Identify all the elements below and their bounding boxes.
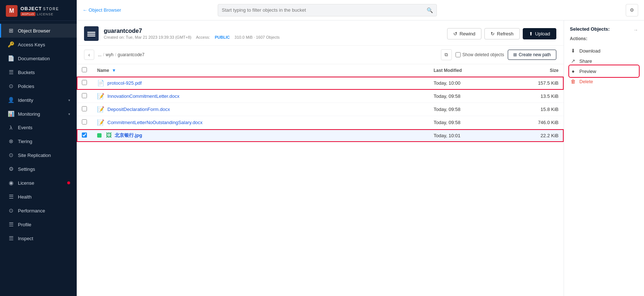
table-row[interactable]: 🖼 北京银行.jpg Today, 10:01 22.2 KiB [77,129,564,142]
sidebar-item-profile[interactable]: ☰ Profile [0,218,77,231]
row-checkbox[interactable] [82,119,87,124]
nav-icon-events: λ [8,124,14,131]
row-modified-cell: Today, 09:58 [428,90,509,103]
copy-icon: ⧉ [445,52,448,58]
row-size-cell: 13.5 KiB [509,90,564,103]
table-row[interactable]: 📝 InnovationCommitmentLetter.docx Today,… [77,90,564,103]
docx-icon: 📝 [97,93,104,100]
action-preview[interactable]: ● Preview [570,66,638,76]
nav-label-events: Events [18,125,70,130]
sidebar-item-inspect[interactable]: ☰ Inspect [0,231,77,245]
row-checkbox-cell [77,129,92,142]
sidebar-item-site-replication[interactable]: ⊙ Site Replication [0,148,77,162]
jpg-icon: 🖼 [106,132,112,139]
bucket-meta: guarantcode7 Created on: Tue, Mar 21 202… [104,28,283,39]
show-deleted-label[interactable]: Show deleted objects [456,52,504,57]
breadcrumb-root[interactable]: ... [98,52,102,57]
sidebar-item-object-browser[interactable]: ⊞ Object Browser [0,24,77,38]
nav-label-documentation: Documentation [18,56,70,61]
row-checkbox[interactable] [82,132,87,138]
chevron-icon-monitoring: ▾ [68,112,70,116]
row-checkbox[interactable] [82,93,87,98]
copy-path-button[interactable]: ⧉ [441,49,452,60]
nav-label-monitoring: Monitoring [18,111,65,117]
sidebar-item-policies[interactable]: ⊙ Policies [0,79,77,93]
col-size-header[interactable]: Size [509,64,564,77]
search-input[interactable] [222,7,427,13]
action-download[interactable]: ⬇ Download [570,46,638,56]
sidebar-item-monitoring[interactable]: 📊 Monitoring ▾ [0,107,77,121]
file-name-link[interactable]: CommitmentLetterNoOutstandingSalary.docx [107,120,203,125]
gear-icon: ⚙ [630,7,634,13]
breadcrumb-sep2: / [115,52,116,57]
nav-label-policies: Policies [18,84,70,89]
sidebar-item-identity[interactable]: 👤 Identity ▾ [0,93,77,107]
action-delete[interactable]: 🗑 Delete [570,76,638,87]
select-all-header [77,64,92,77]
breadcrumb: ... / wyh / guarantcode7 [98,52,144,57]
sidebar-item-tiering[interactable]: ⊗ Tiering [0,134,77,148]
col-size-label: Size [550,68,559,73]
row-checkbox-cell [77,116,92,129]
gear-button[interactable]: ⚙ [626,4,638,16]
back-nav-button[interactable]: ‹ [84,50,94,60]
sidebar-item-documentation[interactable]: 📄 Documentation [0,51,77,65]
create-path-icon: ⊞ [513,52,517,57]
file-name-link[interactable]: DepositDeclarationForm.docx [107,107,170,112]
upload-button[interactable]: ⬆ Upload [523,28,556,39]
bucket-name: guarantcode7 [104,28,283,34]
table-row[interactable]: 📄 protocol-925.pdf Today, 10:00 157.5 Ki… [77,77,564,90]
action-icon-delete: 🗑 [570,78,576,84]
row-checkbox[interactable] [82,106,87,111]
action-label-delete: Delete [579,79,593,84]
row-name-cell: 🖼 北京银行.jpg [92,129,428,142]
sidebar-item-license[interactable]: ◉ License [0,176,77,190]
upload-icon: ⬆ [529,31,533,36]
action-icon-download: ⬇ [570,48,576,54]
table-row[interactable]: 📝 DepositDeclarationForm.docx Today, 09:… [77,103,564,116]
panel-expand-button[interactable]: → [633,27,638,33]
topbar-back-button[interactable]: ← Object Browser [83,7,121,13]
row-checkbox[interactable] [82,80,87,85]
breadcrumb-wyh[interactable]: wyh [106,52,113,57]
sidebar-item-access-keys[interactable]: 🔑 Access Keys [0,38,77,51]
show-deleted-checkbox[interactable] [456,52,461,57]
logo: M OBJECT STORE AGPLv3 LICENSE [0,0,77,21]
create-path-button[interactable]: ⊞ Create new path [508,50,556,60]
sort-arrow-icon: ▼ [112,68,116,73]
file-name-link[interactable]: protocol-925.pdf [107,80,142,86]
sidebar-item-events[interactable]: λ Events [0,121,77,134]
row-modified-cell: Today, 09:58 [428,116,509,129]
nav-label-performance: Performance [18,208,70,214]
row-size-cell: 15.8 KiB [509,103,564,116]
logo-object: OBJECT [20,6,42,11]
chevron-icon-identity: ▾ [68,98,70,102]
nav-icon-license: ◉ [8,180,14,186]
upload-label: Upload [535,31,550,36]
rewind-label: Rewind [460,31,475,36]
col-modified-header[interactable]: Last Modified [428,64,509,77]
sidebar-item-performance[interactable]: ⊙ Performance [0,204,77,218]
sidebar-item-health[interactable]: ☰ Health [0,190,77,204]
nav-icon-inspect: ☰ [8,235,14,242]
action-icon-share: ↗ [570,58,576,64]
action-label-download: Download [579,48,601,54]
row-size-cell: 157.5 KiB [509,77,564,90]
select-all-checkbox[interactable] [82,67,87,72]
refresh-label: Refresh [497,31,514,36]
sidebar-item-buckets[interactable]: ☰ Buckets [0,65,77,79]
sidebar-item-settings[interactable]: ⚙ Settings [0,162,77,176]
refresh-button[interactable]: ↻ Refresh [484,28,520,39]
rewind-button[interactable]: ↺ Rewind [447,28,481,39]
nav-label-license: License [18,180,64,186]
nav-label-buckets: Buckets [18,70,70,75]
file-name-link[interactable]: InnovationCommitmentLetter.docx [107,93,179,99]
docx-icon: 📝 [97,119,104,126]
breadcrumb-current[interactable]: guarantcode7 [118,52,144,57]
action-share[interactable]: ↗ Share [570,56,638,66]
file-name-link[interactable]: 北京银行.jpg [115,132,142,139]
col-name-header[interactable]: Name ▼ [92,64,428,77]
table-row[interactable]: 📝 CommitmentLetterNoOutstandingSalary.do… [77,116,564,129]
bucket-details: Created on: Tue, Mar 21 2023 19:39:33 (G… [104,35,283,39]
row-checkbox-cell [77,103,92,116]
